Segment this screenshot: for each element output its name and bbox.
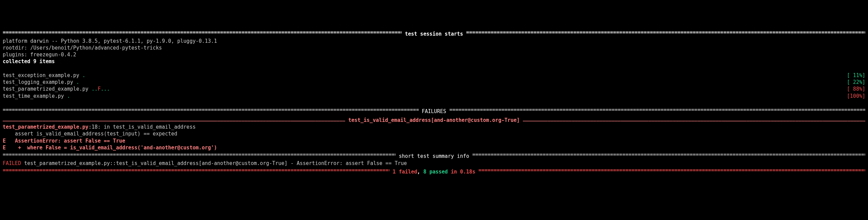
test-file-line: test_parametrized_example.py ..F...[ 88%… xyxy=(3,86,865,92)
summary-header: short test summary info xyxy=(3,151,865,160)
test-dot: . xyxy=(107,86,110,92)
failing-test-label: test_is_valid_email_address[and-another@… xyxy=(345,117,523,124)
failures-header: FAILURES xyxy=(3,106,865,115)
final-time: in 0.18s xyxy=(451,169,475,175)
final-result: 1 failed, 8 passed in 0.18s xyxy=(3,167,865,176)
test-file-left: test_parametrized_example.py ..F... xyxy=(3,86,110,92)
failing-test-rule-right xyxy=(523,115,865,122)
summary-failed-rest: test_parametrized_example.py::test_is_va… xyxy=(21,160,407,166)
test-dot: . xyxy=(76,79,79,85)
trace-loc: :18: in test_is_valid_email_address xyxy=(88,124,196,130)
failing-test-header: test_is_valid_email_address[and-another@… xyxy=(3,115,865,124)
test-file-left: test_logging_example.py . xyxy=(3,79,79,86)
trace-file: test_parametrized_example.py xyxy=(3,124,88,130)
final-sep2 xyxy=(448,169,451,175)
failures-header-label: FAILURES xyxy=(419,108,449,115)
summary-header-label: short test summary info xyxy=(396,153,472,160)
session-header-label: test session starts xyxy=(402,31,466,37)
test-dot: . xyxy=(104,86,107,92)
plugins-line: plugins: freezegun-0.4.2 xyxy=(3,51,865,58)
failures-header-rule-left xyxy=(3,106,419,113)
test-file-pct: [ 22%] xyxy=(847,79,865,86)
test-dot: . xyxy=(92,86,95,92)
test-file-left: test_exception_example.py . xyxy=(3,72,85,79)
final-failed: 1 failed xyxy=(393,169,417,175)
summary-failed-prefix: FAILED xyxy=(3,160,21,166)
rootdir-line: rootdir: /Users/benoit/Python/advanced-p… xyxy=(3,44,865,51)
test-dot: . xyxy=(101,86,104,92)
final-rule-left xyxy=(3,167,390,173)
summary-failed-line: FAILED test_parametrized_example.py::tes… xyxy=(3,160,865,167)
final-passed: 8 passed xyxy=(423,169,448,175)
test-file-name: test_logging_example.py xyxy=(3,79,76,85)
test-file-name: test_time_example.py xyxy=(3,93,67,99)
final-sep1: , xyxy=(417,169,423,175)
blank-1 xyxy=(3,65,865,72)
assertion-error-line-1: E AssertionError: assert False == True xyxy=(3,138,865,144)
test-file-line: test_exception_example.py .[ 11%] xyxy=(3,72,865,79)
trace-code-line: assert is_valid_email_address(test_input… xyxy=(3,130,865,137)
test-dot: . xyxy=(95,86,98,92)
trace-location-line: test_parametrized_example.py:18: in test… xyxy=(3,124,865,130)
test-file-name: test_exception_example.py xyxy=(3,72,82,78)
test-dot: . xyxy=(82,72,85,78)
test-file-pct: [ 88%] xyxy=(847,86,865,92)
session-header-rule-right xyxy=(466,29,865,36)
session-header-rule-left xyxy=(3,29,402,36)
test-file-left: test_time_example.py . xyxy=(3,93,70,99)
test-file-name: test_parametrized_example.py xyxy=(3,86,92,92)
platform-line: platform darwin -- Python 3.8.5, pytest-… xyxy=(3,38,865,44)
final-rule-right xyxy=(478,167,865,173)
test-dot: . xyxy=(67,93,70,99)
failures-header-rule-right xyxy=(449,106,865,113)
test-file-pct: [ 11%] xyxy=(847,72,865,79)
final-result-label: 1 failed, 8 passed in 0.18s xyxy=(390,168,478,175)
summary-header-rule-right xyxy=(472,151,865,158)
failing-test-rule-left xyxy=(3,115,345,122)
assertion-error-line-2: E + where False = is_valid_email_address… xyxy=(3,144,865,151)
collected-line: collected 9 items xyxy=(3,58,865,65)
test-file-pct: [100%] xyxy=(847,93,865,99)
test-file-line: test_time_example.py .[100%] xyxy=(3,93,865,99)
summary-header-rule-left xyxy=(3,151,396,158)
blank-2 xyxy=(3,99,865,106)
test-dot: F xyxy=(98,86,101,92)
session-header: test session starts xyxy=(3,29,865,38)
test-file-line: test_logging_example.py .[ 22%] xyxy=(3,79,865,86)
